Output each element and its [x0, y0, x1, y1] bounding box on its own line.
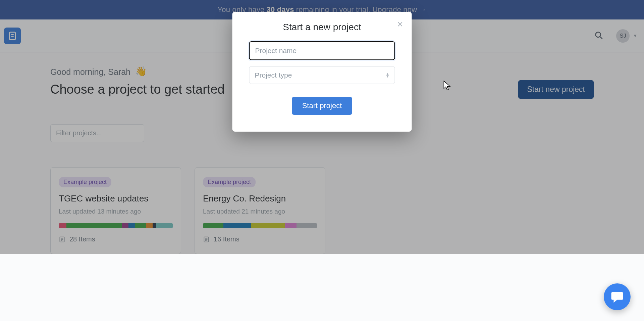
project-type-select[interactable]: Project type — [249, 66, 395, 84]
project-name-input[interactable] — [249, 41, 395, 60]
start-project-button[interactable]: Start project — [292, 97, 352, 115]
chat-button[interactable] — [604, 283, 631, 310]
chat-icon — [610, 290, 624, 304]
modal-title: Start a new project — [249, 22, 395, 33]
modal-close-button[interactable]: × — [397, 19, 403, 29]
new-project-modal: Start a new project × Project type ▲▼ St… — [232, 12, 412, 132]
